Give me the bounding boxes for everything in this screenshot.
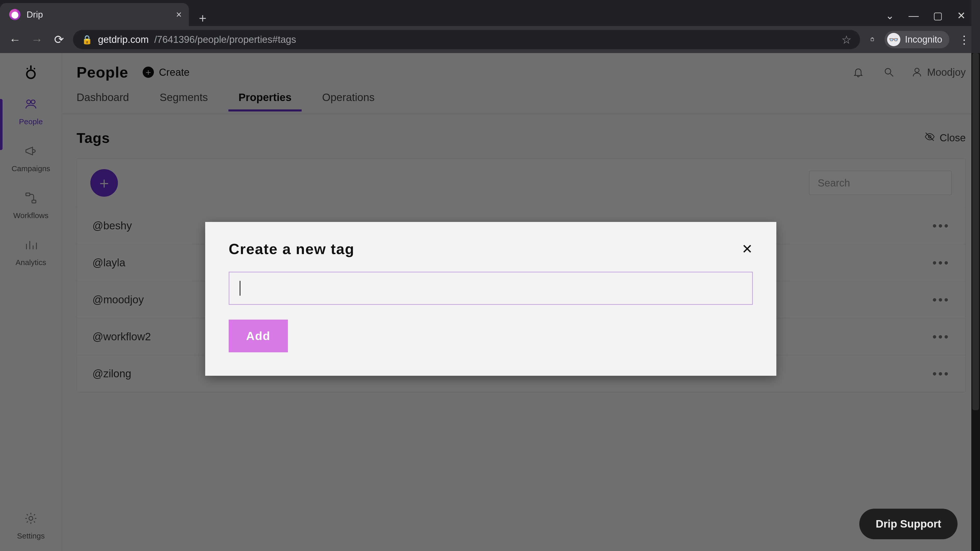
tab-overflow-icon[interactable]: ⌄ bbox=[886, 10, 894, 21]
window-minimize-icon[interactable]: — bbox=[908, 10, 919, 21]
url-domain: getdrip.com bbox=[98, 34, 149, 45]
drip-favicon-icon: ⬤ bbox=[9, 9, 21, 20]
browser-tab-title: Drip bbox=[27, 10, 170, 20]
incognito-icon: 👓 bbox=[887, 33, 900, 46]
browser-window: ⬤ Drip × ＋ ⌄ — ▢ ✕ ← → ⟳ 🔒 getdrip.com/7… bbox=[0, 0, 980, 551]
browser-tab-active[interactable]: ⬤ Drip × bbox=[0, 3, 189, 26]
support-button[interactable]: Drip Support bbox=[859, 509, 958, 539]
add-label: Add bbox=[246, 329, 270, 343]
nav-forward-button[interactable]: → bbox=[29, 32, 45, 48]
modal-header: Create a new tag ✕ bbox=[229, 240, 753, 257]
svg-rect-0 bbox=[871, 38, 874, 41]
browser-menu-icon[interactable]: ⋮ bbox=[956, 33, 973, 46]
window-controls: ⌄ — ▢ ✕ bbox=[886, 10, 974, 26]
add-button[interactable]: Add bbox=[229, 320, 288, 352]
lock-icon: 🔒 bbox=[82, 35, 92, 44]
incognito-indicator[interactable]: 👓 Incognito bbox=[885, 31, 950, 48]
bookmark-star-icon[interactable]: ☆ bbox=[842, 33, 851, 46]
window-maximize-icon[interactable]: ▢ bbox=[933, 10, 943, 21]
create-tag-modal: Create a new tag ✕ Add bbox=[205, 222, 776, 376]
new-tab-button[interactable]: ＋ bbox=[194, 10, 211, 26]
modal-title: Create a new tag bbox=[229, 240, 355, 257]
new-tag-input[interactable] bbox=[229, 272, 753, 305]
incognito-label: Incognito bbox=[905, 34, 942, 45]
url-path: /7641396/people/properties#tags bbox=[154, 34, 296, 45]
close-tab-icon[interactable]: × bbox=[176, 9, 182, 20]
nav-back-button[interactable]: ← bbox=[7, 32, 23, 48]
omnibox[interactable]: 🔒 getdrip.com/7641396/people/properties#… bbox=[73, 30, 860, 49]
browser-tabbar: ⬤ Drip × ＋ ⌄ — ▢ ✕ bbox=[0, 0, 980, 26]
modal-close-icon[interactable]: ✕ bbox=[741, 241, 753, 257]
browser-address-bar: ← → ⟳ 🔒 getdrip.com/7641396/people/prope… bbox=[0, 26, 980, 53]
window-close-icon[interactable]: ✕ bbox=[957, 10, 966, 21]
support-label: Drip Support bbox=[876, 518, 941, 530]
text-caret bbox=[240, 281, 240, 295]
extensions-icon[interactable] bbox=[866, 33, 878, 46]
nav-reload-button[interactable]: ⟳ bbox=[51, 32, 67, 48]
